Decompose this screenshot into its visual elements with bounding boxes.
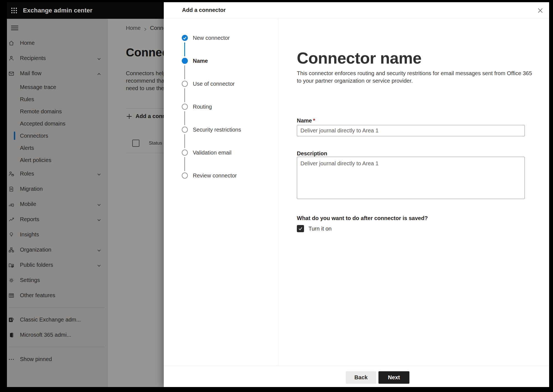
app-title: Exchange admin center: [23, 2, 92, 19]
footer-divider: [164, 366, 549, 366]
step-circle-review-connector: [182, 173, 188, 179]
wizard-stepper: New connectorNameUse of connectorRouting…: [164, 18, 278, 366]
dialog-header: Add a connector: [164, 2, 549, 18]
step-review-connector[interactable]: Review connector: [193, 173, 237, 179]
next-button[interactable]: Next: [378, 371, 409, 384]
screen: Exchange admin center HomeRecipientsMail…: [7, 2, 549, 387]
name-input[interactable]: [297, 125, 525, 136]
step-validation-email[interactable]: Validation email: [193, 150, 232, 156]
step-circle-routing: [182, 104, 188, 110]
close-icon: [538, 8, 543, 13]
waffle-icon: [11, 7, 17, 14]
name-field-label: Name*: [297, 117, 315, 124]
step-connector-line: [184, 65, 185, 79]
after-save-question: What do you want to do after connector i…: [297, 215, 428, 221]
turn-it-on-label: Turn it on: [308, 226, 332, 232]
step-connector-line: [184, 134, 185, 148]
app-launcher-icon[interactable]: [9, 5, 20, 16]
description-field-label: Description: [297, 150, 327, 157]
step-circle-security-restrictions: [182, 127, 188, 133]
required-asterisk: *: [313, 117, 315, 124]
step-connector-line: [184, 111, 185, 125]
close-button[interactable]: [535, 6, 545, 15]
step-connector-line: [184, 157, 185, 171]
checkbox-checked-icon: [297, 225, 304, 232]
description-textarea[interactable]: Deliver journal directly to Area 1: [297, 157, 525, 199]
step-use-of-connector[interactable]: Use of connector: [193, 81, 235, 87]
step-circle-name: [182, 58, 188, 64]
step-circle-validation-email: [182, 150, 188, 156]
wizard-page-heading: Connector name: [297, 49, 422, 67]
step-connector-line: [184, 42, 185, 56]
wizard-page-description: This connector enforces routing and secu…: [297, 70, 532, 85]
dialog-title: Add a connector: [182, 2, 226, 18]
step-new-connector[interactable]: New connector: [193, 35, 230, 41]
turn-it-on-checkbox[interactable]: Turn it on: [297, 225, 332, 232]
back-button[interactable]: Back: [346, 371, 376, 384]
step-connector-line: [184, 88, 185, 102]
step-circle-new-connector: [182, 35, 188, 41]
step-name[interactable]: Name: [193, 58, 208, 64]
step-security-restrictions[interactable]: Security restrictions: [193, 127, 241, 133]
step-routing[interactable]: Routing: [193, 104, 212, 110]
add-connector-dialog: Add a connector New connectorNameUse of …: [164, 2, 549, 387]
step-circle-use-of-connector: [182, 81, 188, 87]
